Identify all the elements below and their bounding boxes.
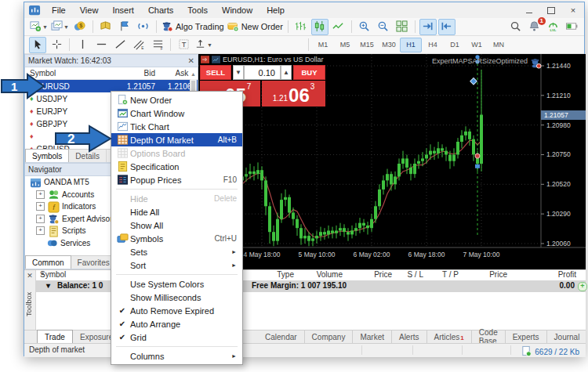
- menu-tools[interactable]: Tools: [180, 2, 215, 18]
- menu-item-sets[interactable]: Sets►: [111, 245, 242, 258]
- menu-item-grid[interactable]: ✔Grid: [111, 330, 242, 344]
- timeframe-m5[interactable]: M5: [334, 38, 356, 52]
- sell-button[interactable]: SELL: [200, 65, 231, 80]
- menu-file[interactable]: File: [45, 2, 73, 18]
- tab-experts[interactable]: Experts: [505, 330, 546, 343]
- menu-item-sort[interactable]: Sort►: [111, 258, 242, 272]
- crosshair-tool[interactable]: [48, 37, 65, 53]
- text-tool[interactable]: T: [175, 37, 192, 53]
- tab-alerts[interactable]: Alerts: [391, 330, 426, 343]
- volume-input[interactable]: 0.10: [244, 65, 281, 80]
- expand-icon[interactable]: +: [36, 190, 45, 199]
- expand-icon[interactable]: +: [36, 226, 45, 235]
- minimize-button[interactable]: [518, 2, 540, 18]
- expand-icon[interactable]: +: [36, 202, 45, 211]
- signals-button[interactable]: [135, 19, 152, 35]
- bar-chart-button[interactable]: [292, 19, 310, 35]
- menu-item-new-order[interactable]: New Order: [111, 93, 242, 107]
- horizontal-line-tool[interactable]: [93, 37, 110, 53]
- channel-tool[interactable]: E: [130, 37, 147, 53]
- timeframe-mn[interactable]: MN: [488, 38, 510, 52]
- trendline-tool[interactable]: [111, 37, 129, 53]
- menu-item-hide-all[interactable]: Hide All: [111, 205, 242, 219]
- profiles-button[interactable]: ▼: [50, 19, 70, 35]
- tab-journal[interactable]: Journal: [546, 330, 587, 343]
- cursor-tool[interactable]: [29, 37, 46, 53]
- new-chart-button[interactable]: ▼: [29, 19, 49, 35]
- auto-scroll-button[interactable]: [438, 19, 456, 35]
- deposit-button[interactable]: $: [71, 19, 89, 35]
- search-button[interactable]: [506, 19, 524, 35]
- timeframe-h4[interactable]: H4: [422, 38, 444, 52]
- market-watch-close-icon[interactable]: ✕: [188, 56, 194, 65]
- timeframe-m1[interactable]: M1: [312, 38, 334, 52]
- tab-common[interactable]: Common: [25, 255, 71, 269]
- tile-windows-button[interactable]: [394, 19, 411, 35]
- zoom-in-button[interactable]: [356, 19, 373, 35]
- svg-text:1.20290: 1.20290: [546, 210, 571, 218]
- menu-item-auto-arrange[interactable]: ✔Auto Arrange: [111, 317, 242, 330]
- menu-separator: [116, 189, 238, 190]
- line-chart-button[interactable]: [330, 19, 347, 35]
- tab-calendar[interactable]: Calendar: [258, 330, 304, 343]
- tab-trade[interactable]: Trade: [37, 330, 73, 344]
- chart-window[interactable]: 1.214401.212101.209801.207501.205201.202…: [198, 54, 586, 271]
- menu-help[interactable]: Help: [260, 2, 292, 18]
- menu-item-chart-window[interactable]: Chart Window: [111, 107, 242, 120]
- menu-item-use-system-colors[interactable]: Use System Colors: [111, 277, 242, 291]
- arrows-tool[interactable]: ▼: [194, 37, 213, 53]
- timeframe-m15[interactable]: M15: [356, 38, 378, 52]
- volume-down-button[interactable]: ▼: [233, 65, 244, 80]
- fibonacci-tool[interactable]: F: [149, 37, 166, 53]
- timeframe-h1[interactable]: H1: [400, 38, 422, 52]
- expand-icon[interactable]: +: [36, 215, 45, 223]
- news-button[interactable]: [97, 19, 114, 35]
- timeframe-bar: M1M5M15M30H1H4D1W1MN: [312, 38, 510, 52]
- check-icon: ✔: [114, 318, 130, 330]
- menu-insert[interactable]: Insert: [105, 2, 141, 18]
- menu-item-show-all[interactable]: Show All: [111, 219, 242, 232]
- menu-item-popup-prices[interactable]: Popup PricesF10: [111, 173, 242, 186]
- timeframe-d1[interactable]: D1: [444, 38, 466, 52]
- notifications-button[interactable]: 1: [525, 19, 543, 35]
- menu-item-tick-chart[interactable]: Tick Chart: [111, 120, 242, 133]
- close-button[interactable]: ×: [562, 2, 584, 18]
- menu-item-specification[interactable]: Specification: [111, 160, 242, 173]
- submenu-arrow-icon: ►: [231, 249, 237, 255]
- tab-company[interactable]: Company: [304, 330, 353, 343]
- add-position-icon[interactable]: +: [578, 282, 587, 291]
- buy-price-display[interactable]: 1.21063: [262, 81, 325, 107]
- menu-view[interactable]: View: [73, 2, 106, 18]
- timeframe-w1[interactable]: W1: [466, 38, 488, 52]
- candle-chart-button[interactable]: [311, 19, 328, 35]
- menu-item-show-milliseconds[interactable]: Show Milliseconds: [111, 291, 242, 304]
- step-arrow-2: 2: [55, 124, 113, 153]
- chart-mini-icon[interactable]: [212, 56, 220, 63]
- menu-item-columns[interactable]: Columns►: [111, 349, 242, 363]
- vertical-line-tool[interactable]: [74, 37, 91, 53]
- menu-item-depth-of-market[interactable]: Depth Of MarketAlt+B: [111, 133, 242, 146]
- dom-mini-icon[interactable]: [201, 56, 209, 63]
- algo-trading-button[interactable]: Algo Trading: [161, 19, 225, 35]
- tab-exposure[interactable]: Exposure: [73, 330, 115, 343]
- market-watch-header[interactable]: Symbol Bid Ask ▲: [25, 67, 198, 80]
- tab-articles[interactable]: Articles1: [426, 330, 471, 343]
- tab-market[interactable]: Market: [352, 330, 391, 343]
- menu-item-auto-remove-expired[interactable]: ✔Auto Remove Expired: [111, 304, 242, 317]
- zoom-out-button[interactable]: [375, 19, 392, 35]
- level-button[interactable]: LVL: [544, 19, 561, 35]
- menu-charts[interactable]: Charts: [141, 2, 180, 18]
- toolbox-close-icon[interactable]: ✕: [24, 272, 35, 280]
- menu-window[interactable]: Window: [215, 2, 260, 18]
- buy-button[interactable]: BUY: [293, 65, 325, 80]
- timeframe-m30[interactable]: M30: [378, 38, 400, 52]
- restore-button[interactable]: [540, 2, 562, 18]
- tab-favorites[interactable]: Favorites: [71, 256, 117, 269]
- menu-item-symbols[interactable]: SymbolsCtrl+U: [111, 232, 242, 245]
- volume-up-button[interactable]: ▲: [281, 65, 292, 80]
- new-order-button[interactable]: New Order: [227, 19, 284, 35]
- balance-caret[interactable]: ▾: [46, 281, 50, 290]
- tab-code-base[interactable]: Code Base: [471, 330, 505, 343]
- shift-end-button[interactable]: [419, 19, 437, 35]
- flag-button[interactable]: [116, 19, 133, 35]
